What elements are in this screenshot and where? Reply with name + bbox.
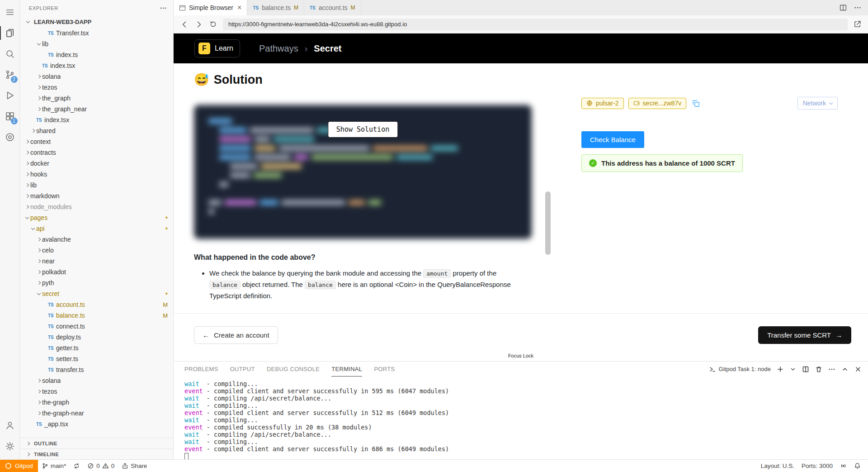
explorer-actions-button[interactable] [160, 5, 167, 12]
account-button[interactable] [0, 415, 20, 436]
tree-item-tezos[interactable]: tezos [20, 82, 173, 93]
url-input[interactable]: https://3000-figmentnetw-learnweb3da-4i2… [223, 19, 848, 30]
tree-item-pages[interactable]: pages• [20, 212, 173, 223]
tree-item-index-tsx[interactable]: TSindex.tsx [20, 114, 173, 125]
panel-tab-ports[interactable]: PORTS [374, 362, 395, 377]
tree-item-pyth[interactable]: pyth [20, 277, 173, 288]
typescript-icon: TS [36, 422, 44, 427]
problems-status-item[interactable]: 0 0 [84, 460, 118, 472]
tree-item-index-tsx[interactable]: TSindex.tsx [20, 60, 173, 71]
layout-status-item[interactable]: Layout: U.S. [757, 460, 798, 472]
more-actions-icon[interactable] [828, 366, 835, 373]
close-icon[interactable]: × [237, 4, 241, 12]
branch-status-item[interactable]: main* [38, 460, 70, 472]
check-balance-button[interactable]: Check Balance [581, 131, 644, 148]
panel-tab-problems[interactable]: PROBLEMS [184, 362, 218, 377]
tree-item-secret[interactable]: secret• [20, 288, 173, 299]
terminal-task-select[interactable]: Gitpod Task 1: node [709, 366, 771, 373]
tree-item-transfer-tsx[interactable]: TSTransfer.tsx [20, 28, 173, 38]
tree-item-balance-ts[interactable]: TSbalance.tsM [20, 310, 173, 321]
reload-icon[interactable] [209, 20, 217, 29]
tree-item-shared[interactable]: shared [20, 125, 173, 136]
panel-tab-output[interactable]: OUTPUT [230, 362, 255, 377]
breadcrumb-pathways[interactable]: Pathways [259, 43, 298, 54]
back-icon[interactable] [180, 20, 189, 29]
terminal-message: - compiling /api/secret/balance... [207, 395, 331, 402]
tree-item-lib[interactable]: lib [20, 38, 173, 49]
feedback-status-item[interactable] [836, 460, 850, 472]
tree-item-transfer-ts[interactable]: TStransfer.ts [20, 364, 173, 375]
show-solution-button[interactable]: Show Solution [328, 121, 398, 138]
outline-section[interactable]: OUTLINE [20, 438, 173, 448]
page-scrollbar[interactable] [545, 191, 551, 255]
tree-item-the-graph[interactable]: the-graph [20, 397, 173, 408]
tree-item-avalanche[interactable]: avalanche [20, 234, 173, 245]
tree-item-node-modules[interactable]: node_modules [20, 201, 173, 212]
tree-item-markdown[interactable]: markdown [20, 191, 173, 201]
tree-item-deploy-ts[interactable]: TSdeploy.ts [20, 332, 173, 343]
sidebar-item-run-debug[interactable] [0, 85, 20, 106]
tree-item-tezos[interactable]: tezos [20, 386, 173, 397]
tree-item-polkadot[interactable]: polkadot [20, 267, 173, 277]
gitpod-status-item[interactable]: Gitpod [0, 460, 38, 472]
tree-item-the-graph[interactable]: the_graph [20, 93, 173, 104]
tree-item-label: solana [42, 377, 61, 384]
sidebar-item-gitpod[interactable] [0, 127, 20, 148]
chevron-right-icon [35, 260, 42, 262]
timeline-section[interactable]: TIMELINE [20, 448, 173, 459]
transfer-scrt-button[interactable]: Transfer some SCRT → [758, 326, 851, 344]
tree-item-setter-ts[interactable]: TSsetter.ts [20, 353, 173, 364]
share-status-item[interactable]: Share [118, 460, 151, 472]
split-terminal-icon[interactable] [802, 366, 809, 373]
close-panel-icon[interactable] [854, 366, 862, 373]
panel-tab-debug-console[interactable]: DEBUG CONSOLE [267, 362, 320, 377]
notifications-status-item[interactable] [850, 460, 864, 472]
sync-status-item[interactable] [70, 460, 84, 472]
create-account-button[interactable]: ← Create an account [194, 326, 278, 344]
open-external-icon[interactable] [853, 20, 862, 29]
ports-status-item[interactable]: Ports: 3000 [798, 460, 836, 472]
more-actions-icon[interactable] [854, 4, 862, 12]
tree-item-connect-ts[interactable]: TSconnect.ts [20, 321, 173, 332]
workspace-root-row[interactable]: LEARN-WEB3-DAPP [20, 16, 173, 28]
tree-item-the-graph-near[interactable]: the_graph_near [20, 104, 173, 114]
brand-logo[interactable]: F Learn [194, 39, 240, 57]
network-select[interactable]: Network [797, 97, 838, 110]
tab-account-ts[interactable]: TSaccount.tsM [304, 0, 361, 15]
tree-item-the-graph-near[interactable]: the-graph-near [20, 408, 173, 419]
tree-item-getter-ts[interactable]: TSgetter.ts [20, 343, 173, 353]
tree-item-hooks[interactable]: hooks [20, 169, 173, 180]
tree-item-api[interactable]: api• [20, 223, 173, 234]
tab-balance-ts[interactable]: TSbalance.tsM [247, 0, 304, 15]
tab-simple-browser[interactable]: Simple Browser× [174, 0, 247, 15]
kill-terminal-icon[interactable] [815, 366, 822, 373]
tree-item-near[interactable]: near [20, 256, 173, 267]
sidebar-item-explorer[interactable] [0, 23, 20, 43]
tree-item-solana[interactable]: solana [20, 375, 173, 386]
maximize-panel-icon[interactable] [841, 366, 849, 373]
sidebar-item-extensions[interactable]: 1 [0, 106, 20, 127]
chip-pulsar-2[interactable]: pulsar-2 [581, 98, 624, 109]
tree-item-context[interactable]: context [20, 136, 173, 147]
tree-item-index-ts[interactable]: TSindex.ts [20, 49, 173, 60]
sidebar-item-search[interactable] [0, 43, 20, 64]
chip-secre-zw87v[interactable]: secre...zw87v [628, 98, 687, 109]
tree-item-account-ts[interactable]: TSaccount.tsM [20, 299, 173, 310]
sidebar-item-source-control[interactable]: 2 [0, 64, 20, 85]
menu-button[interactable] [0, 2, 20, 23]
tree-item-contracts[interactable]: contracts [20, 147, 173, 158]
chevron-down-icon[interactable] [790, 366, 796, 372]
tree-item-solana[interactable]: solana [20, 71, 173, 82]
forward-icon[interactable] [194, 20, 203, 29]
tree-item-celo[interactable]: celo [20, 245, 173, 256]
tree-item-lib[interactable]: lib [20, 180, 173, 191]
split-editor-icon[interactable] [839, 4, 847, 12]
new-terminal-icon[interactable] [777, 366, 784, 373]
panel-tab-terminal[interactable]: TERMINAL [331, 362, 362, 377]
terminal-output[interactable]: wait - compiling...event - compiled clie… [174, 377, 868, 459]
tree-item-label: tezos [42, 84, 57, 91]
copy-address-button[interactable] [692, 99, 700, 108]
tree-item-app-tsx[interactable]: TS_app.tsx [20, 419, 173, 429]
settings-button[interactable] [0, 436, 20, 457]
tree-item-docker[interactable]: docker [20, 158, 173, 169]
